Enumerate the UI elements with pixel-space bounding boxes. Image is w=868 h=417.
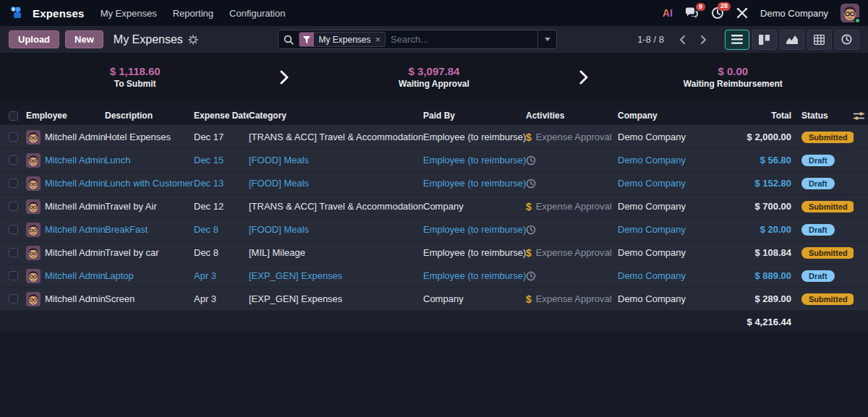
column-header-description[interactable]: Description xyxy=(105,111,194,121)
employee-avatar xyxy=(26,269,41,283)
view-settings-gear-icon[interactable] xyxy=(188,35,198,45)
search-facet: My Expenses × xyxy=(299,32,386,47)
expense-total: $ 20.00 xyxy=(726,224,799,235)
row-checkbox[interactable] xyxy=(9,132,18,142)
expense-total: $ 700.00 xyxy=(726,201,799,212)
new-button[interactable]: New xyxy=(65,30,103,48)
upload-button[interactable]: Upload xyxy=(9,30,59,48)
messages-icon[interactable]: 9 xyxy=(685,7,699,20)
to-submit-amount: $ 1,118.60 xyxy=(110,65,161,77)
facet-remove-icon[interactable]: × xyxy=(375,34,386,45)
graph-view-button[interactable] xyxy=(780,30,804,50)
expense-total: $ 889.00 xyxy=(726,270,799,281)
employee-avatar xyxy=(26,130,41,145)
waiting-approval-amount: $ 3,097.84 xyxy=(409,65,460,77)
grand-total: $ 4,216.44 xyxy=(726,317,799,327)
company: Demo Company xyxy=(618,293,726,304)
search-bar[interactable]: My Expenses × xyxy=(278,30,557,49)
summary-waiting-reimbursement[interactable]: $ 0.00 Waiting Reimbursement xyxy=(598,65,868,89)
table-row[interactable]: Mitchell Admin Travel by car Dec 8 [MIL]… xyxy=(0,241,868,265)
paid-by: Employee (to reimburse) xyxy=(423,224,526,235)
column-header-category[interactable]: Category xyxy=(249,111,423,121)
ai-icon[interactable]: AI xyxy=(663,7,673,19)
schedule-activity-clock-icon[interactable] xyxy=(526,225,536,235)
expense-approval-activity-icon[interactable]: $ xyxy=(526,293,532,305)
expenses-app-icon: $ xyxy=(9,4,26,22)
table-row[interactable]: Mitchell Admin Travel by Air Dec 12 [TRA… xyxy=(0,195,868,218)
table-row[interactable]: Mitchell Admin Lunch with Customer Dec 1… xyxy=(0,172,868,195)
top-navbar: $ Expenses My Expenses Reporting Configu… xyxy=(0,0,868,26)
column-header-activities[interactable]: Activities xyxy=(526,111,618,121)
search-icon xyxy=(284,35,294,45)
employee-avatar xyxy=(26,292,41,306)
expense-approval-activity-icon[interactable]: $ xyxy=(526,132,532,143)
search-dropdown-toggle[interactable] xyxy=(537,30,556,48)
column-header-total[interactable]: Total xyxy=(726,111,799,121)
column-header-status[interactable]: Status xyxy=(799,111,854,121)
schedule-activity-clock-icon[interactable] xyxy=(526,155,536,165)
expense-total: $ 108.84 xyxy=(726,247,799,258)
column-header-paid-by[interactable]: Paid By xyxy=(423,111,526,121)
expense-approval-activity-icon[interactable]: $ xyxy=(526,247,532,259)
column-header-employee[interactable]: Employee xyxy=(26,111,105,121)
expense-description: Hotel Expenses xyxy=(105,132,194,142)
search-input[interactable] xyxy=(391,34,537,45)
expense-date: Dec 15 xyxy=(194,155,249,165)
table-row[interactable]: Mitchell Admin Screen Apr 3 [EXP_GEN] Ex… xyxy=(0,288,868,311)
nav-menu-my-expenses[interactable]: My Expenses xyxy=(101,8,157,19)
pager-next-button[interactable] xyxy=(694,32,713,48)
list-view-button[interactable] xyxy=(725,30,749,50)
expense-description: BreakFast xyxy=(105,224,194,235)
schedule-activity-clock-icon[interactable] xyxy=(526,271,536,281)
column-header-expense-date[interactable]: Expense Date xyxy=(194,111,249,121)
row-checkbox[interactable] xyxy=(9,179,18,188)
company: Demo Company xyxy=(618,201,726,212)
activities-icon[interactable]: 28 xyxy=(711,7,724,20)
expense-date: Dec 8 xyxy=(194,247,249,258)
summary-to-submit[interactable]: $ 1,118.60 To Submit xyxy=(0,65,270,89)
company: Demo Company xyxy=(618,178,726,189)
online-status-dot xyxy=(854,17,861,24)
table-row[interactable]: Mitchell Admin Laptop Apr 3 [EXP_GEN] Ex… xyxy=(0,265,868,288)
row-checkbox[interactable] xyxy=(9,294,18,304)
optional-columns-icon[interactable] xyxy=(854,111,868,121)
row-checkbox[interactable] xyxy=(9,225,18,234)
expense-description: Screen xyxy=(105,293,194,304)
company: Demo Company xyxy=(618,224,726,235)
pager-previous-button[interactable] xyxy=(673,32,692,48)
expense-date: Dec 13 xyxy=(194,178,249,189)
employee-name: Mitchell Admin xyxy=(45,247,106,258)
select-all-checkbox[interactable] xyxy=(9,111,18,121)
pivot-view-button[interactable] xyxy=(807,30,832,50)
employee-avatar xyxy=(26,246,41,260)
company-switcher[interactable]: Demo Company xyxy=(760,8,828,19)
schedule-activity-clock-icon[interactable] xyxy=(526,179,536,189)
row-checkbox[interactable] xyxy=(9,248,18,257)
employee-avatar xyxy=(26,153,41,168)
status-badge: Submitted xyxy=(801,293,854,305)
debug-tools-icon[interactable] xyxy=(736,7,748,19)
chevron-right-icon xyxy=(270,70,299,85)
nav-menu-reporting[interactable]: Reporting xyxy=(173,8,213,19)
employee-name: Mitchell Admin xyxy=(45,293,106,304)
table-row[interactable]: Mitchell Admin Lunch Dec 15 [FOOD] Meals… xyxy=(0,149,868,172)
control-panel: Upload New My Expenses My Expenses xyxy=(0,26,868,53)
app-menu-toggle[interactable]: $ Expenses xyxy=(9,4,85,22)
row-checkbox[interactable] xyxy=(9,271,18,280)
expense-description: Lunch xyxy=(105,155,194,165)
expense-approval-activity-icon[interactable]: $ xyxy=(526,201,532,212)
summary-waiting-approval[interactable]: $ 3,097.84 Waiting Approval xyxy=(299,65,569,89)
company: Demo Company xyxy=(618,132,726,142)
employee-name: Mitchell Admin xyxy=(45,132,106,142)
table-row[interactable]: Mitchell Admin Hotel Expenses Dec 17 [TR… xyxy=(0,126,868,149)
column-header-company[interactable]: Company xyxy=(618,111,726,121)
expense-description: Travel by Air xyxy=(105,201,194,212)
table-row[interactable]: Mitchell Admin BreakFast Dec 8 [FOOD] Me… xyxy=(0,218,868,241)
row-checkbox[interactable] xyxy=(9,202,18,211)
row-checkbox[interactable] xyxy=(9,155,18,165)
nav-menu-configuration[interactable]: Configuration xyxy=(229,8,285,19)
expense-date: Dec 12 xyxy=(194,201,249,212)
kanban-view-button[interactable] xyxy=(752,30,777,50)
user-avatar[interactable] xyxy=(841,4,859,22)
activity-view-button[interactable] xyxy=(835,30,859,50)
